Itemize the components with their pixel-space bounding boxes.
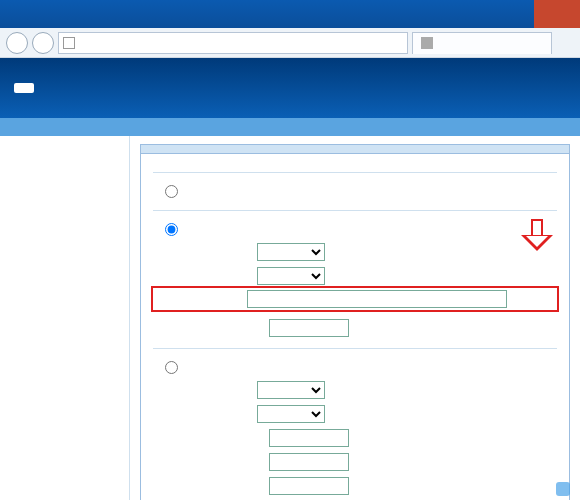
wireless-security-panel (140, 144, 570, 500)
callout-arrow-icon (517, 219, 557, 253)
radio-wpa-psk[interactable] (165, 223, 178, 236)
browser-tab[interactable] (412, 32, 552, 54)
header-banner (0, 58, 580, 118)
panel-title (141, 145, 569, 154)
group-key-input[interactable] (269, 319, 349, 337)
sidebar (0, 136, 130, 500)
auth-type-select[interactable] (257, 243, 325, 261)
sidebar-more-link[interactable] (6, 144, 129, 169)
page-icon (63, 37, 75, 49)
tab-favicon-icon (421, 37, 433, 49)
radio-no-security[interactable] (165, 185, 178, 198)
content-area (130, 136, 580, 500)
radio-wpa[interactable] (165, 361, 178, 374)
auth-type-select-2[interactable] (257, 381, 325, 399)
encryption-select[interactable] (257, 267, 325, 285)
window-titlebar (0, 0, 580, 28)
option-no-security[interactable] (153, 181, 557, 202)
close-button[interactable] (534, 0, 580, 28)
encryption-select-2[interactable] (257, 405, 325, 423)
option-wpa-psk[interactable] (153, 219, 509, 240)
brand-logo (14, 83, 34, 93)
forward-button[interactable] (32, 32, 54, 54)
radius-password-input[interactable] (269, 477, 349, 495)
address-bar (0, 28, 580, 58)
banner-divider (0, 118, 580, 136)
url-field[interactable] (58, 32, 408, 54)
option-wpa[interactable] (153, 357, 557, 378)
psk-password-row (153, 288, 557, 310)
radius-ip-input[interactable] (269, 429, 349, 447)
maximize-button[interactable] (502, 0, 534, 28)
minimize-button[interactable] (470, 0, 502, 28)
psk-password-input[interactable] (247, 290, 507, 308)
radius-port-input[interactable] (269, 453, 349, 471)
back-button[interactable] (6, 32, 28, 54)
